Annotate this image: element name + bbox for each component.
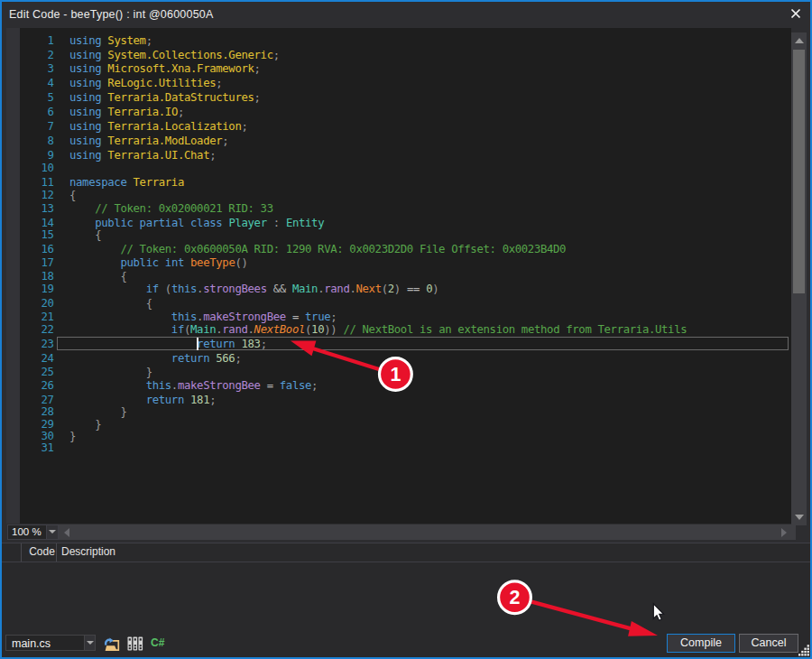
code-line: using Terraria.Localization;	[69, 120, 248, 134]
code-token: Terraria	[134, 176, 184, 189]
code-token: ReLogic.Utilities	[107, 77, 216, 89]
code-token: int	[165, 256, 184, 269]
scroll-right-icon[interactable]	[781, 528, 787, 537]
line-number: 12	[22, 189, 54, 202]
code-token	[401, 283, 407, 295]
code-token	[69, 311, 171, 323]
code-token: using	[69, 120, 101, 133]
code-token: ))	[324, 323, 337, 336]
code-token: &&	[273, 283, 286, 295]
code-token: makeStrongBee	[203, 311, 286, 323]
code-line: if (this.strongBees && Main.rand.Next(2)…	[69, 283, 438, 296]
code-line: if(Main.rand.NextBool(10)) // NextBool i…	[69, 323, 687, 337]
code-token: }	[146, 366, 152, 378]
code-token	[267, 217, 273, 229]
code-token: System.Collections.Generic	[107, 49, 272, 61]
cancel-button[interactable]: Cancel	[739, 634, 798, 653]
horizontal-scrollbar[interactable]	[59, 524, 796, 540]
code-token: // Token: 0x02000021 RID: 33	[95, 202, 273, 215]
close-button[interactable]	[788, 5, 804, 22]
code-line: this.makeStrongBee = true;	[69, 311, 337, 324]
line-number: 8	[22, 135, 54, 148]
line-number: 25	[22, 366, 54, 379]
code-token: ;	[209, 394, 216, 406]
line-number: 20	[22, 297, 54, 311]
code-token	[69, 323, 171, 336]
column-header-description[interactable]: Description	[61, 545, 115, 558]
vertical-scrollbar[interactable]	[791, 32, 807, 525]
file-selector-dropdown-button[interactable]	[84, 636, 95, 650]
current-line-highlight	[57, 337, 789, 351]
vertical-scrollbar-thumb[interactable]	[793, 50, 805, 293]
chevron-down-icon	[49, 530, 56, 534]
code-line: using System.Collections.Generic;	[69, 49, 280, 62]
resize-grip[interactable]	[798, 645, 810, 656]
column-divider[interactable]	[56, 543, 57, 562]
code-token	[69, 270, 120, 283]
code-token: ()	[235, 256, 247, 269]
line-number: 1	[22, 34, 54, 48]
code-token	[69, 394, 146, 406]
code-token: Terraria.ModLoader	[107, 135, 222, 147]
line-number: 10	[22, 162, 54, 175]
zoom-value: 100 %	[12, 526, 42, 537]
code-token: )	[394, 283, 401, 295]
scroll-left-icon[interactable]	[64, 528, 69, 537]
file-selector[interactable]: main.cs	[5, 635, 96, 651]
code-token: {	[95, 228, 101, 241]
dialog-title: Edit Code - beeType() : int @0600050A	[9, 8, 213, 21]
column-header-code[interactable]: Code	[27, 545, 57, 558]
scroll-down-icon[interactable]	[795, 515, 804, 520]
scroll-up-icon[interactable]	[795, 38, 804, 43]
code-token	[69, 228, 95, 241]
code-token: using	[69, 91, 101, 104]
code-token: ==	[407, 283, 420, 295]
code-line: {	[69, 228, 101, 242]
code-line: namespace Terraria	[69, 176, 184, 190]
code-line: public int beeType()	[69, 256, 248, 270]
code-token: =	[292, 311, 299, 323]
code-token: )	[432, 283, 438, 295]
assembly-explorer-icon[interactable]	[127, 636, 143, 651]
code-token: ;	[146, 34, 152, 47]
line-number: 16	[22, 243, 54, 256]
add-documents-icon[interactable]	[103, 636, 120, 652]
text-caret	[197, 338, 198, 350]
code-token	[69, 379, 146, 392]
code-token	[184, 217, 190, 229]
code-token	[267, 283, 273, 295]
line-number: 26	[22, 379, 54, 393]
code-token	[184, 394, 190, 406]
code-token: }	[95, 418, 101, 431]
file-selector-value: main.cs	[12, 637, 51, 650]
code-token: // Token: 0x0600050A RID: 1290 RVA: 0x00…	[120, 243, 566, 255]
code-token: using	[69, 62, 101, 75]
code-token: Terraria.IO	[107, 106, 178, 118]
code-token: this	[146, 379, 171, 392]
code-token	[184, 256, 190, 269]
column-divider[interactable]	[21, 543, 22, 562]
zoom-dropdown-button[interactable]	[46, 525, 58, 539]
code-token: ;	[209, 149, 216, 162]
code-token: using	[69, 49, 101, 61]
code-token: return	[171, 352, 209, 365]
line-number: 18	[22, 270, 54, 283]
line-number: 23	[22, 338, 54, 351]
code-editor[interactable]: 1234567891011121314151617181920212223242…	[20, 28, 791, 524]
csharp-file-icon[interactable]: C#	[151, 636, 164, 649]
code-token: {	[120, 270, 126, 283]
code-token	[69, 202, 95, 215]
compile-button[interactable]: Compile	[667, 634, 735, 653]
code-token: (	[165, 283, 171, 295]
title-bar[interactable]: Edit Code - beeType() : int @0600050A	[2, 2, 810, 28]
code-token: .	[171, 379, 178, 392]
code-token	[69, 297, 146, 310]
code-line: using Terraria.IO;	[69, 106, 184, 119]
line-number: 7	[22, 120, 54, 134]
zoom-selector[interactable]: 100 %	[7, 524, 59, 540]
code-line: using Microsoft.Xna.Framework;	[69, 62, 261, 76]
code-line: {	[69, 297, 152, 311]
code-token: 2	[388, 283, 394, 295]
code-token	[159, 283, 165, 295]
line-number: 13	[22, 202, 54, 216]
